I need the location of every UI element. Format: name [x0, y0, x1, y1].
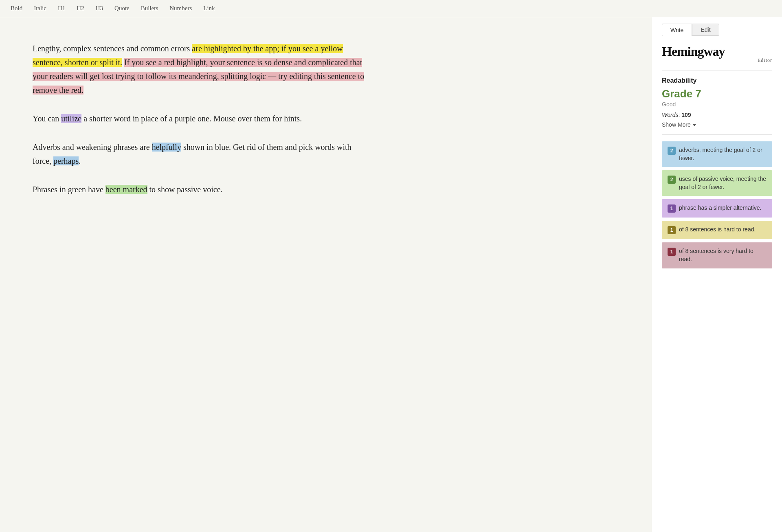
bullets-button[interactable]: Bullets	[140, 3, 159, 13]
grade-level: Grade 7	[662, 88, 772, 100]
numbers-button[interactable]: Numbers	[169, 3, 193, 13]
stat-cards: 2 adverbs, meeting the goal of 2 or fewe…	[662, 141, 772, 268]
edit-mode-button[interactable]: Edit	[692, 24, 719, 36]
show-more-button[interactable]: Show More	[662, 121, 696, 128]
stat-badge-passive: 2	[668, 176, 676, 184]
logo-area: Hemingway Editor	[662, 44, 772, 70]
text-plain-3: a shorter word in place of a purple one.…	[81, 114, 302, 123]
sidebar: Write Edit Hemingway Editor Readability …	[652, 17, 782, 532]
readability-section: Readability Grade 7 Good Words: 109 Show…	[662, 77, 772, 135]
grade-description: Good	[662, 101, 772, 108]
highlight-purple-1: utilize	[61, 114, 81, 123]
h2-button[interactable]: H2	[76, 3, 85, 13]
toolbar: Bold Italic H1 H2 H3 Quote Bullets Numbe…	[0, 0, 782, 17]
stat-very-hard: 1 of 8 sentences is very hard to read.	[662, 242, 772, 268]
highlight-blue-2: perhaps	[53, 156, 79, 165]
text-plain-6: Phrases in green have	[33, 185, 105, 194]
show-more-label: Show More	[662, 121, 691, 128]
paragraph-3: Adverbs and weakening phrases are helpfu…	[33, 140, 367, 168]
stat-text-hard: of 8 sentences is hard to read.	[679, 226, 756, 234]
text-plain: Lengthy, complex sentences and common er…	[33, 44, 192, 53]
stat-badge-simpler: 1	[668, 204, 676, 213]
stat-simpler: 1 phrase has a simpler alternative.	[662, 199, 772, 218]
h1-button[interactable]: H1	[57, 3, 66, 13]
link-button[interactable]: Link	[202, 3, 215, 13]
paragraph-1: Lengthy, complex sentences and common er…	[33, 42, 367, 97]
app-title: Hemingway	[662, 44, 725, 59]
text-period: .	[79, 156, 81, 165]
bold-button[interactable]: Bold	[10, 3, 23, 13]
words-count: Words: 109	[662, 112, 772, 118]
h3-button[interactable]: H3	[95, 3, 104, 13]
words-value: 109	[681, 112, 691, 118]
write-mode-button[interactable]: Write	[662, 24, 692, 36]
editor-content: Lengthy, complex sentences and common er…	[33, 42, 367, 196]
stat-passive: 2 uses of passive voice, meeting the goa…	[662, 170, 772, 196]
editor-area[interactable]: Lengthy, complex sentences and common er…	[0, 17, 652, 532]
stat-badge-very-hard: 1	[668, 248, 676, 256]
mode-toggle: Write Edit	[662, 24, 772, 36]
stat-text-adverbs: adverbs, meeting the goal of 2 or fewer.	[679, 146, 767, 162]
text-plain-4: Adverbs and weakening phrases are	[33, 143, 152, 152]
paragraph-2: You can utilize a shorter word in place …	[33, 112, 367, 125]
readability-label: Readability	[662, 77, 772, 84]
chevron-down-icon	[692, 124, 696, 126]
paragraph-4: Phrases in green have been marked to sho…	[33, 182, 367, 196]
words-label: Words	[662, 112, 678, 118]
stat-badge-hard: 1	[668, 226, 676, 234]
stat-hard: 1 of 8 sentences is hard to read.	[662, 221, 772, 239]
text-plain-7: to show passive voice.	[147, 185, 223, 194]
highlight-blue-1: helpfully	[152, 143, 181, 152]
text-plain-2: You can	[33, 114, 61, 123]
highlight-green-1: been marked	[105, 185, 147, 194]
stat-badge-adverbs: 2	[668, 147, 676, 155]
quote-button[interactable]: Quote	[114, 3, 130, 13]
stat-adverbs: 2 adverbs, meeting the goal of 2 or fewe…	[662, 141, 772, 167]
stat-text-very-hard: of 8 sentences is very hard to read.	[679, 247, 767, 263]
stat-text-passive: uses of passive voice, meeting the goal …	[679, 175, 767, 191]
main-container: Lengthy, complex sentences and common er…	[0, 17, 782, 532]
stat-text-simpler: phrase has a simpler alternative.	[679, 204, 761, 212]
italic-button[interactable]: Italic	[33, 3, 47, 13]
